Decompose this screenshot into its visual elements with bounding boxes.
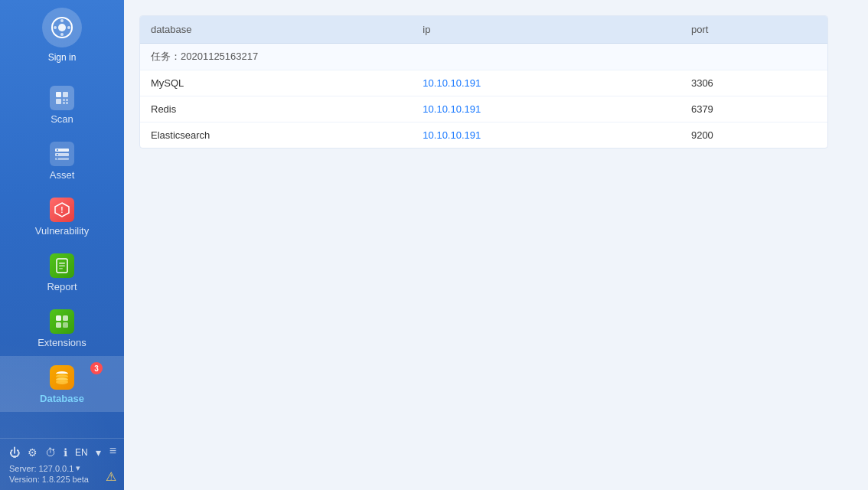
svg-rect-24 [56, 315, 61, 321]
svg-text:!: ! [60, 206, 63, 214]
warning-icon[interactable]: ⚠ [106, 469, 116, 484]
sidebar: Sign in Scan [0, 0, 124, 490]
sidebar-item-label-asset: Asset [50, 169, 75, 181]
sidebar-item-database[interactable]: 3 Database [0, 356, 124, 412]
vulnerability-icon: ! [50, 198, 74, 222]
sidebar-item-label-scan: Scan [51, 113, 73, 125]
svg-rect-25 [63, 315, 68, 321]
power-icon[interactable]: ⏻ [9, 446, 20, 459]
db-port-redis: 6379 [680, 96, 827, 122]
bottom-icons: ⏻ ⚙ ⏱ ℹ EN ▾ [9, 446, 115, 459]
sidebar-item-label-report: Report [47, 281, 77, 292]
server-label: Server: [9, 464, 36, 473]
svg-rect-10 [66, 99, 68, 101]
svg-rect-23 [59, 268, 63, 270]
db-port-mysql: 3306 [680, 70, 827, 96]
info-icon[interactable]: ℹ [64, 446, 67, 459]
sidebar-item-label-extensions: Extensions [38, 337, 86, 348]
table-row: Redis 10.10.10.191 6379 [140, 96, 827, 122]
svg-rect-11 [63, 102, 65, 104]
table-header-row: database ip port [140, 16, 827, 44]
sidebar-item-report[interactable]: Report [0, 244, 124, 300]
svg-rect-26 [56, 322, 61, 328]
database-icon [50, 365, 74, 390]
col-header-ip: ip [412, 16, 680, 44]
sidebar-item-extensions[interactable]: Extensions [0, 300, 124, 356]
settings-icon[interactable]: ⚙ [28, 446, 38, 459]
db-name-redis: Redis [140, 96, 412, 122]
hamburger-icon[interactable]: ≡ [109, 444, 116, 458]
report-icon [50, 253, 74, 278]
svg-rect-8 [56, 99, 61, 104]
task-label: 任务：20201125163217 [140, 44, 827, 70]
sidebar-bottom: ⏻ ⚙ ⏱ ℹ EN ▾ Server: 127.0.0.1 ▾ Version… [0, 438, 124, 490]
logo-icon[interactable] [42, 8, 82, 47]
svg-point-2 [60, 19, 64, 22]
lang-selector[interactable]: EN [75, 447, 88, 458]
svg-point-16 [57, 149, 58, 151]
svg-point-34 [56, 380, 68, 384]
db-ip-mysql[interactable]: 10.10.10.191 [412, 70, 680, 96]
lang-chevron[interactable]: ▾ [96, 446, 101, 459]
sidebar-item-label-vulnerability: Vulnerability [35, 225, 89, 237]
svg-rect-7 [63, 92, 68, 97]
svg-rect-27 [63, 322, 68, 328]
extensions-icon [50, 309, 74, 334]
sidebar-item-scan[interactable]: Scan [0, 77, 124, 132]
database-table: database ip port 任务：20201125163217 MySQL… [139, 15, 828, 149]
svg-rect-22 [59, 266, 65, 267]
db-name-elasticsearch: Elasticsearch [140, 122, 412, 149]
col-header-port: port [680, 16, 827, 44]
svg-rect-9 [63, 99, 65, 101]
svg-point-3 [60, 33, 64, 36]
sidebar-item-label-database: Database [40, 393, 84, 404]
db-ip-elasticsearch[interactable]: 10.10.10.191 [412, 122, 680, 149]
svg-rect-21 [59, 263, 65, 264]
svg-point-1 [58, 24, 66, 31]
table-row: MySQL 10.10.10.191 3306 [140, 70, 827, 96]
logo-area: Sign in [42, 8, 82, 63]
main-content: database ip port 任务：20201125163217 MySQL… [124, 0, 868, 490]
scan-icon [50, 86, 74, 110]
sidebar-item-asset[interactable]: Asset [0, 132, 124, 188]
svg-point-4 [54, 26, 57, 29]
version-line: Version: 1.8.225 beta [9, 475, 115, 484]
svg-rect-6 [56, 92, 61, 97]
version-value: Version: 1.8.225 beta [9, 475, 89, 484]
sidebar-item-vulnerability[interactable]: ! Vulnerability [0, 188, 124, 244]
database-badge: 3 [90, 362, 103, 374]
svg-point-17 [57, 154, 58, 155]
sign-in-label[interactable]: Sign in [48, 52, 77, 63]
svg-point-18 [57, 158, 58, 160]
server-line: Server: 127.0.0.1 ▾ [9, 463, 115, 473]
db-name-mysql: MySQL [140, 70, 412, 96]
asset-icon [50, 142, 74, 166]
server-dropdown-icon[interactable]: ▾ [76, 463, 80, 473]
db-ip-redis[interactable]: 10.10.10.191 [412, 96, 680, 122]
server-value[interactable]: 127.0.0.1 [38, 464, 73, 473]
svg-rect-12 [66, 102, 68, 104]
task-row: 任务：20201125163217 [140, 44, 827, 70]
db-port-elasticsearch: 9200 [680, 122, 827, 149]
svg-point-5 [67, 26, 70, 29]
table-row: Elasticsearch 10.10.10.191 9200 [140, 122, 827, 149]
clock-icon[interactable]: ⏱ [45, 446, 56, 459]
col-header-database: database [140, 16, 412, 44]
